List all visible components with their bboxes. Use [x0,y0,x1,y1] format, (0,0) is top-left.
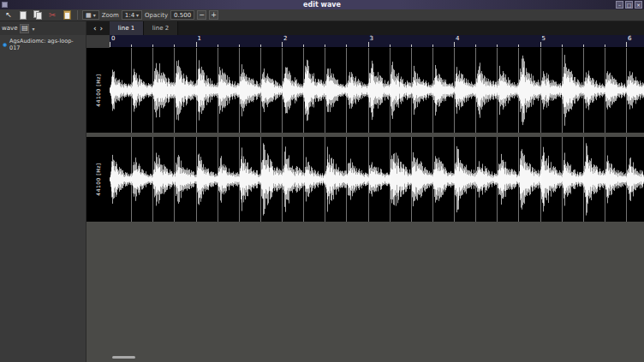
chevron-down-icon: ▾ [136,12,139,18]
chevron-down-icon: ▾ [93,12,96,18]
tool-dropdown-icon: ▦ [86,12,92,19]
close-button[interactable]: × [635,1,642,9]
app-window: edit wave – □ × ↖ ✂ ▦ ▾ Zoom 1:4 [0,0,644,362]
chevron-down-icon: ▾ [32,26,34,32]
waveform-canvas-1[interactable] [110,137,644,222]
scroll-left-button[interactable]: ‹ [93,25,97,33]
horizontal-scrollbar-thumb[interactable] [112,356,135,359]
content: wave ▤ ▾ AgsAudiomc: ags-loop-017 ‹ › li… [0,21,644,362]
select-button[interactable] [17,10,29,21]
opacity-decrement-button[interactable]: − [197,10,206,20]
machine-selector-button[interactable]: ▤ [20,24,29,33]
wave-label: wave [2,25,17,32]
opacity-increment-button[interactable]: + [209,10,218,20]
machine-list-item[interactable]: AgsAudiomc: ags-loop-017 [0,35,86,53]
copy-icon [33,10,42,20]
wave-channel-0: 44100 [Hz] [86,48,644,133]
ruler-spacer [86,35,110,48]
zoom-label: Zoom [102,12,119,19]
wave-channel-1: 44100 [Hz] [86,137,644,222]
sidebar-header: wave ▤ ▾ [0,21,86,35]
tab-line-2[interactable]: line 2 [144,21,178,35]
select-icon [20,11,27,20]
machine-item-label: AgsAudiomc: ags-loop-017 [9,38,84,51]
opacity-input[interactable]: 0.500 [170,10,194,20]
machine-selector-icon: ▤ [21,25,28,32]
wave-editor: ‹ › line 1 line 2 0123456 44100 [Hz] 441… [86,21,644,362]
zoom-select[interactable]: 1:4 ▾ [122,10,142,20]
waveform-canvas-0[interactable] [110,48,644,133]
window-controls: – □ × [616,1,642,9]
samplerate-label: 44100 [Hz] [86,137,110,222]
maximize-button[interactable]: □ [625,1,633,9]
ruler-row: 0123456 [86,35,644,48]
paste-icon [63,10,71,20]
tab-scroll-arrows: ‹ › [86,21,110,35]
sidebar: wave ▤ ▾ AgsAudiomc: ags-loop-017 [0,21,86,362]
scroll-right-button[interactable]: › [100,25,104,33]
minimize-button[interactable]: – [616,1,623,9]
toolbar-separator [77,10,78,20]
zoom-value: 1:4 [125,12,134,19]
editor-empty-area [86,226,644,362]
paste-button[interactable] [61,10,73,21]
position-cursor-icon: ↖ [5,11,12,19]
cut-button[interactable]: ✂ [46,10,58,21]
toolbar: ↖ ✂ ▦ ▾ Zoom 1:4 ▾ Opacity 0.500 − + [0,9,644,21]
radio-selected-icon [3,43,7,47]
window-title: edit wave [0,0,644,9]
tool-dropdown[interactable]: ▦ ▾ [82,10,99,20]
cut-icon: ✂ [49,11,56,19]
tab-bar: ‹ › line 1 line 2 [86,21,644,35]
copy-button[interactable] [32,10,44,21]
titlebar: edit wave – □ × [0,0,644,9]
timeline-ruler[interactable]: 0123456 [110,35,644,48]
tab-line-1[interactable]: line 1 [110,21,144,35]
opacity-label: Opacity [145,12,168,19]
position-cursor-button[interactable]: ↖ [3,10,15,21]
samplerate-label: 44100 [Hz] [86,48,110,133]
